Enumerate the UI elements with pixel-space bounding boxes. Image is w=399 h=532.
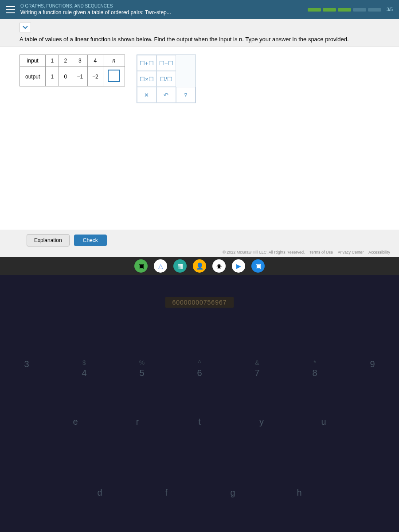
row-label-output: output [20,67,46,86]
progress-bar: 3/5 [308,7,393,12]
taskbar-app-7[interactable]: ▣ [251,259,265,273]
lesson-title: Writing a function rule given a table of… [20,9,171,16]
taskbar-drive-icon[interactable]: △ [154,259,167,273]
taskbar-app-1[interactable]: ▣ [134,259,148,273]
palette-undo[interactable]: ↶ [156,87,176,103]
check-button[interactable]: Check [74,235,107,246]
palette-multiply[interactable]: ☐×☐ [137,71,156,87]
taskbar-play-icon[interactable]: ▶ [232,259,245,273]
palette-clear[interactable]: ✕ [137,87,156,103]
terms-link[interactable]: Terms of Use [309,250,333,254]
taskbar-contacts-icon[interactable]: 👤 [193,259,206,273]
answer-input[interactable] [108,70,120,82]
menu-icon[interactable] [6,6,15,13]
palette-subtract[interactable]: ☐−☐ [156,55,176,71]
score-label: 3/5 [387,7,393,12]
math-palette: ☐+☐ ☐−☐ ☐×☐ ☐/☐ ✕ ↶ ? [137,55,196,103]
row-label-input: input [20,55,46,67]
app-header: O GRAPHS, FUNCTIONS, AND SEQUENCES Writi… [0,0,399,19]
barcode-label: 60000000756967 [165,297,234,308]
footer-legal: © 2022 McGraw Hill LLC. All Rights Reser… [0,249,399,257]
accessibility-link[interactable]: Accessibility [368,250,390,254]
question-dropdown[interactable] [20,23,31,32]
taskbar-app-3[interactable]: ▦ [173,259,187,273]
question-text: A table of values of a linear function i… [0,32,399,47]
explanation-button[interactable]: Explanation [27,234,70,246]
taskbar-chrome-icon[interactable]: ◉ [212,259,226,273]
palette-fraction[interactable]: ☐/☐ [156,71,176,87]
palette-add[interactable]: ☐+☐ [137,55,156,71]
palette-help[interactable]: ? [176,87,196,103]
privacy-link[interactable]: Privacy Center [337,250,364,254]
breadcrumb: O GRAPHS, FUNCTIONS, AND SEQUENCES [20,4,171,8]
os-taskbar: ▣ △ ▦ 👤 ◉ ▶ ▣ [0,257,399,275]
values-table: input 1 2 3 4 n output 1 0 −1 −2 [20,55,125,86]
